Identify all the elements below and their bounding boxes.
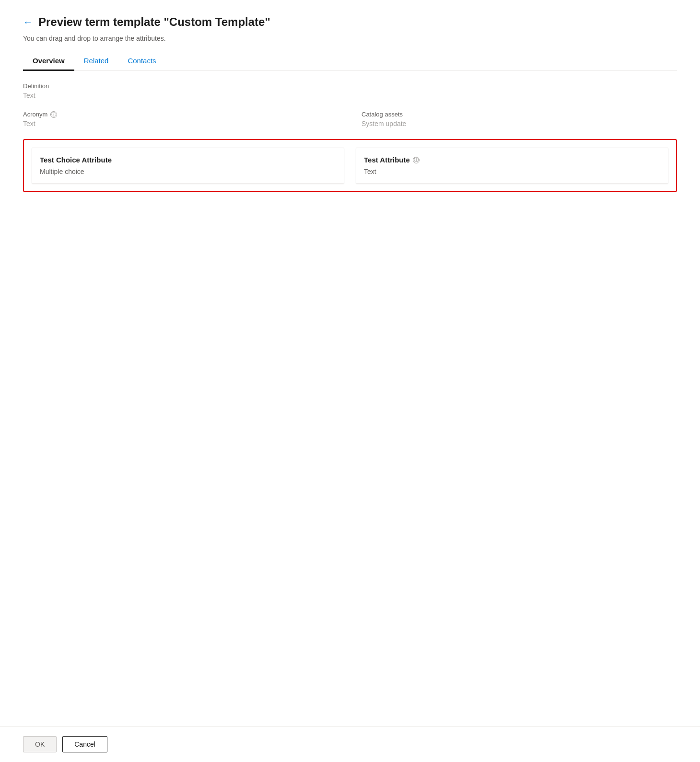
fields-section: Definition Text Acronym ⓘ Text Catalog a…: [23, 82, 677, 192]
acronym-value: Text: [23, 120, 338, 127]
attribute-choice-title: Test Choice Attribute: [40, 156, 336, 164]
attributes-grid: Test Choice Attribute Multiple choice Te…: [32, 148, 668, 184]
catalog-assets-value: System update: [362, 120, 677, 127]
attribute-text-value: Text: [364, 168, 660, 175]
acronym-label: Acronym ⓘ: [23, 111, 338, 118]
attribute-card-text: Test Attribute ⓘ Text: [356, 148, 668, 184]
tabs-row: Overview Related Contacts: [23, 52, 677, 71]
attribute-text-info-icon[interactable]: ⓘ: [413, 157, 420, 163]
tab-overview[interactable]: Overview: [23, 52, 74, 71]
definition-block: Definition Text: [23, 82, 338, 99]
page-title: Preview term template "Custom Template": [38, 15, 270, 29]
catalog-assets-label: Catalog assets: [362, 111, 677, 118]
subtitle-text: You can drag and drop to arrange the att…: [23, 35, 677, 42]
header-row: ← Preview term template "Custom Template…: [23, 15, 677, 29]
acronym-block: Acronym ⓘ Text: [23, 111, 338, 127]
cancel-button[interactable]: Cancel: [62, 736, 107, 752]
tab-related[interactable]: Related: [74, 52, 118, 71]
highlighted-attributes-section: Test Choice Attribute Multiple choice Te…: [23, 139, 677, 192]
definition-value: Text: [23, 92, 338, 99]
attribute-choice-value: Multiple choice: [40, 168, 336, 175]
attribute-text-title: Test Attribute ⓘ: [364, 156, 660, 164]
attribute-text-title-label: Test Attribute: [364, 156, 410, 164]
page-container: ← Preview term template "Custom Template…: [0, 0, 700, 192]
acronym-label-text: Acronym: [23, 111, 47, 118]
definition-label: Definition: [23, 82, 338, 90]
empty-right-block: [362, 82, 677, 99]
bottom-bar: OK Cancel: [0, 726, 700, 762]
acronym-catalog-row: Acronym ⓘ Text Catalog assets System upd…: [23, 111, 677, 127]
tab-contacts[interactable]: Contacts: [118, 52, 165, 71]
ok-button[interactable]: OK: [23, 736, 57, 752]
attribute-card-choice: Test Choice Attribute Multiple choice: [32, 148, 344, 184]
definition-row: Definition Text: [23, 82, 677, 99]
acronym-info-icon[interactable]: ⓘ: [50, 111, 57, 118]
back-arrow-icon[interactable]: ←: [23, 17, 33, 27]
catalog-assets-block: Catalog assets System update: [362, 111, 677, 127]
